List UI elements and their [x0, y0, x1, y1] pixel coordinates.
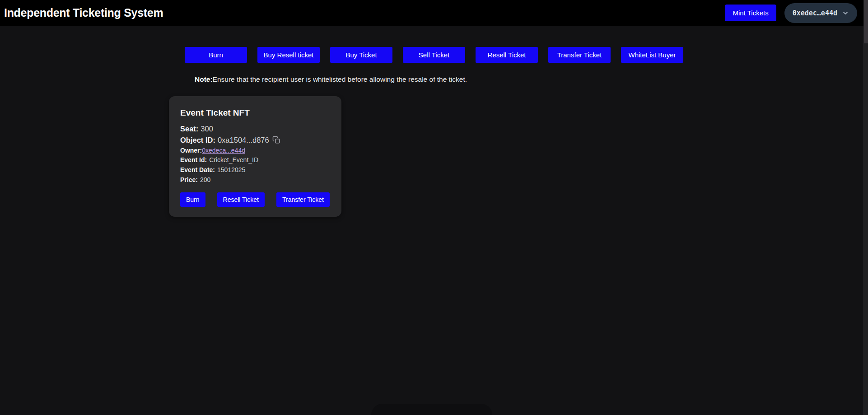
ticket-price-row: Price:200 [180, 175, 331, 185]
action-toolbar: Burn Buy Resell ticket Buy Ticket Sell T… [169, 47, 699, 63]
scrollbar-thumb[interactable] [864, 0, 868, 43]
note-text: Ensure that the recipient user is whitel… [213, 75, 467, 83]
sell-ticket-button[interactable]: Sell Ticket [403, 47, 465, 63]
owner-label: Owner: [180, 147, 202, 154]
event-date-label: Event Date: [180, 166, 215, 173]
object-id-value: 0xa1504...d876 [218, 136, 269, 144]
header-actions: Mint Tickets 0xedec…e44d [725, 3, 857, 23]
mint-tickets-button[interactable]: Mint Tickets [725, 5, 776, 21]
card-resell-ticket-button[interactable]: Resell Ticket [217, 192, 265, 207]
card-burn-button[interactable]: Burn [180, 192, 205, 207]
copy-object-id-button[interactable] [272, 136, 280, 144]
ticket-owner-row: Owner:0xedeca...e44d [180, 146, 331, 156]
vertical-scrollbar[interactable] [863, 0, 868, 415]
app-title: Independent Ticketing System [4, 6, 163, 19]
chevron-down-icon [842, 9, 849, 17]
price-value: 200 [200, 176, 210, 183]
transfer-ticket-nav-button[interactable]: Transfer Ticket [548, 47, 611, 63]
object-id-label: Object ID: [180, 136, 215, 144]
app-header: Independent Ticketing System Mint Ticket… [0, 0, 868, 26]
whitelist-note: Note:Ensure that the recipient user is w… [195, 75, 699, 84]
ticket-card-title: Event Ticket NFT [180, 108, 331, 118]
event-ticket-nft-card: Event Ticket NFT Seat:300 Object ID:0xa1… [169, 96, 341, 217]
note-label: Note: [195, 75, 213, 83]
card-transfer-ticket-button[interactable]: Transfer Ticket [276, 192, 330, 207]
event-id-label: Event Id: [180, 156, 207, 163]
wallet-address: 0xedec…e44d [793, 9, 837, 17]
seat-value: 300 [201, 125, 213, 133]
ticket-event-id-row: Event Id:Cricket_Event_ID [180, 155, 331, 165]
event-date-value: 15012025 [217, 166, 245, 173]
event-id-value: Cricket_Event_ID [209, 156, 258, 163]
burn-nav-button[interactable]: Burn [185, 47, 247, 63]
ticket-event-date-row: Event Date:15012025 [180, 165, 331, 175]
resell-ticket-nav-button[interactable]: Resell Ticket [476, 47, 538, 63]
whitelist-buyer-button[interactable]: WhiteList Buyer [621, 47, 683, 63]
ticket-card-actions: Burn Resell Ticket Transfer Ticket [180, 192, 331, 207]
buy-resell-ticket-button[interactable]: Buy Resell ticket [257, 47, 320, 63]
main-content: Burn Buy Resell ticket Buy Ticket Sell T… [169, 47, 699, 217]
ticket-seat-row: Seat:300 [180, 123, 331, 135]
buy-ticket-button[interactable]: Buy Ticket [330, 47, 392, 63]
bottom-sheet-peek [371, 404, 492, 415]
ticket-object-id-row: Object ID:0xa1504...d876 [180, 135, 331, 146]
owner-address-link[interactable]: 0xedeca...e44d [202, 147, 245, 154]
copy-icon [272, 136, 280, 144]
price-label: Price: [180, 176, 198, 183]
wallet-account-dropdown[interactable]: 0xedec…e44d [784, 3, 857, 23]
seat-label: Seat: [180, 125, 198, 133]
